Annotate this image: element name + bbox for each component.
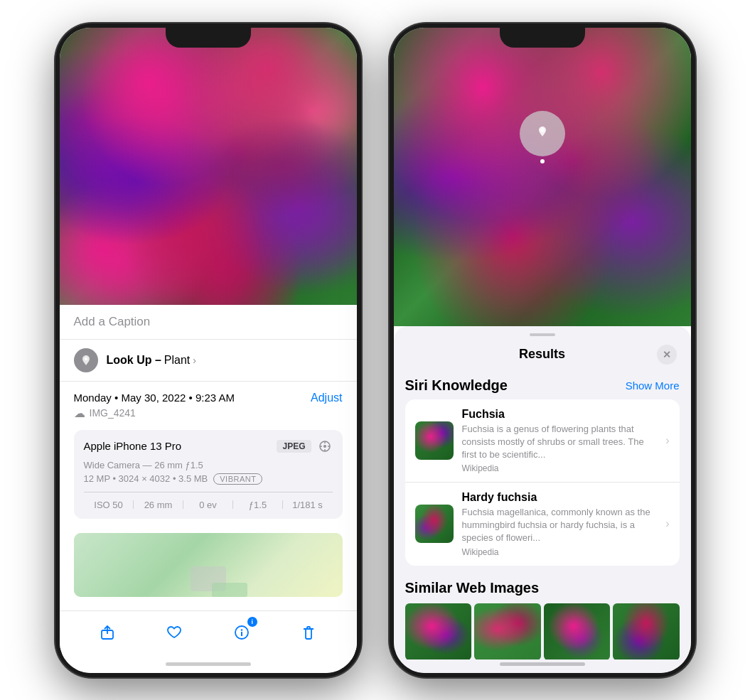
lookup-prefix: Look Up – [107, 354, 161, 367]
cloud-icon: ☁ [74, 406, 85, 420]
right-photo-container[interactable] [394, 28, 691, 326]
hardy-name: Hardy fuchsia [462, 491, 658, 504]
results-header: Results ✕ [394, 336, 691, 372]
resolution-row: 12 MP • 3024 × 4032 • 3.5 MB VIBRANT [84, 473, 333, 485]
hardy-info: Hardy fuchsia Fuchsia magellanica, commo… [462, 491, 658, 557]
results-panel: Results ✕ Siri Knowledge Show More [394, 326, 691, 673]
flower-photo-left [60, 28, 357, 305]
svg-point-11 [241, 629, 242, 630]
siri-bubble-dot [540, 159, 545, 163]
fuchsia-info: Fuchsia Fuchsia is a genus of flowering … [462, 408, 658, 474]
camera-section: Apple iPhone 13 Pro JPEG [74, 430, 343, 519]
camera-detail: Wide Camera — 26 mm ƒ1.5 [84, 460, 333, 470]
similar-thumb-2[interactable] [474, 603, 541, 659]
fuchsia-thumb [415, 421, 454, 460]
similar-thumb-4[interactable] [613, 603, 680, 659]
similar-title: Similar Web Images [405, 580, 680, 596]
map-preview[interactable] [74, 533, 343, 597]
caption-placeholder[interactable]: Add a Caption [74, 315, 151, 328]
siri-knowledge-title: Siri Knowledge [405, 377, 508, 394]
similar-section: Similar Web Images [405, 580, 680, 659]
exif-iso: ISO 50 [84, 500, 134, 510]
lookup-subject: Plant [164, 354, 190, 367]
filename: IMG_4241 [90, 407, 136, 419]
info-button[interactable]: i [229, 620, 255, 645]
camera-model: Apple iPhone 13 Pro [84, 440, 182, 452]
right-home-indicator [500, 662, 585, 666]
lookup-icon [74, 348, 98, 372]
hardy-chevron: › [665, 517, 669, 530]
hardy-thumb-img [415, 505, 454, 543]
bottom-bar: i [60, 610, 357, 659]
svg-point-0 [85, 357, 87, 360]
location-icon [317, 438, 333, 454]
show-more-button[interactable]: Show More [626, 379, 680, 392]
siri-knowledge-header: Siri Knowledge Show More [405, 372, 680, 399]
svg-rect-12 [307, 627, 310, 629]
right-phone-screen: Results ✕ Siri Knowledge Show More [394, 28, 691, 673]
knowledge-item-fuchsia[interactable]: Fuchsia Fuchsia is a genus of flowering … [405, 399, 680, 483]
camera-model-row: Apple iPhone 13 Pro JPEG [84, 438, 333, 454]
filename-row: ☁ IMG_4241 [74, 406, 235, 420]
info-panel: Add a Caption Look Up – Plant › [60, 305, 357, 673]
adjust-button[interactable]: Adjust [311, 392, 342, 404]
right-phone: Results ✕ Siri Knowledge Show More [390, 23, 695, 677]
jpeg-badge: JPEG [277, 440, 311, 453]
fuchsia-name: Fuchsia [462, 408, 658, 421]
vibrant-badge: VIBRANT [213, 473, 262, 485]
resolution-text: 12 MP • 3024 × 4032 • 3.5 MB [84, 473, 208, 484]
svg-point-13 [540, 128, 545, 132]
fuchsia-chevron: › [665, 434, 669, 447]
left-phone: Add a Caption Look Up – Plant › [55, 23, 361, 677]
exif-aperture: ƒ1.5 [233, 500, 283, 510]
left-phone-screen: Add a Caption Look Up – Plant › [60, 28, 357, 673]
lookup-chevron: › [193, 355, 196, 366]
info-dot: i [247, 617, 257, 627]
fuchsia-source: Wikipedia [462, 463, 658, 473]
share-button[interactable] [95, 620, 120, 645]
date-row: Monday • May 30, 2022 • 9:23 AM ☁ IMG_42… [60, 382, 357, 423]
heart-button[interactable] [161, 620, 187, 645]
hardy-source: Wikipedia [462, 547, 658, 557]
fuchsia-desc: Fuchsia is a genus of flowering plants t… [462, 423, 658, 462]
results-title: Results [428, 347, 657, 362]
similar-images [405, 603, 680, 659]
knowledge-item-hardy[interactable]: Hardy fuchsia Fuchsia magellanica, commo… [405, 483, 680, 566]
left-photo-container[interactable] [60, 28, 357, 305]
lookup-label: Look Up – Plant › [107, 354, 196, 367]
date-info: Monday • May 30, 2022 • 9:23 AM ☁ IMG_42… [74, 392, 235, 420]
exif-ev: 0 ev [183, 500, 233, 510]
flower-photo-right [394, 28, 691, 326]
exif-row: ISO 50 26 mm 0 ev ƒ1.5 1/181 s [84, 492, 333, 510]
exif-focal: 26 mm [134, 500, 183, 510]
trash-button[interactable] [296, 620, 321, 645]
lookup-row[interactable]: Look Up – Plant › [60, 340, 357, 382]
fuchsia-thumb-img [415, 421, 454, 460]
close-button[interactable]: ✕ [657, 345, 677, 365]
similar-thumb-3[interactable] [544, 603, 611, 659]
date-line: Monday • May 30, 2022 • 9:23 AM [74, 392, 235, 404]
siri-bubble [520, 111, 565, 156]
hardy-desc: Fuchsia magellanica, commonly known as t… [462, 506, 658, 545]
home-indicator [166, 662, 251, 666]
similar-thumb-1[interactable] [405, 603, 472, 659]
hardy-thumb [415, 505, 454, 543]
exif-shutter: 1/181 s [283, 500, 333, 510]
flower-photo-overlay [60, 28, 357, 305]
results-content: Siri Knowledge Show More Fuchsia Fuchsia… [394, 372, 691, 659]
jpeg-location: JPEG [277, 438, 332, 454]
svg-point-2 [323, 445, 326, 448]
caption-area[interactable]: Add a Caption [60, 305, 357, 340]
knowledge-card: Fuchsia Fuchsia is a genus of flowering … [405, 399, 680, 566]
